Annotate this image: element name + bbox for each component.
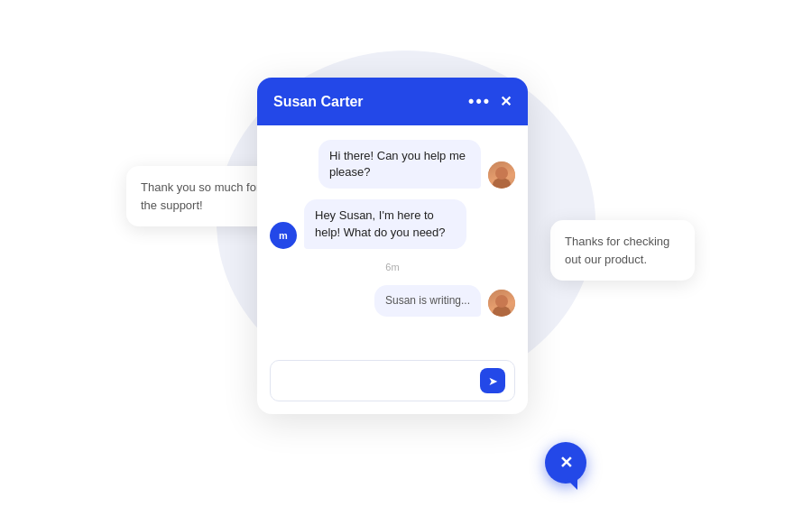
float-card-right-text: Thanks for checking out our product. xyxy=(565,235,669,266)
typing-bubble: Susan is writing... xyxy=(374,285,481,317)
typing-text: Susan is writing... xyxy=(385,294,470,307)
chat-body: Hi there! Can you help me please? m Hey … xyxy=(257,125,528,360)
agent-message-text-1: Hey Susan, I'm here to help! What do you… xyxy=(315,208,446,238)
chat-title: Susan Carter xyxy=(273,94,364,110)
fab-button[interactable]: ✕ xyxy=(545,442,586,484)
close-icon[interactable]: ✕ xyxy=(500,93,512,110)
chat-widget: Susan Carter ••• ✕ Hi there! Can you hel… xyxy=(257,78,528,414)
float-card-left-text: Thank you so much for the support! xyxy=(141,180,260,212)
avatar-susan xyxy=(488,161,515,189)
table-row: m Hey Susan, I'm here to help! What do y… xyxy=(270,199,515,248)
send-icon: ➤ xyxy=(488,374,498,388)
user-message-text-1: Hi there! Can you help me please? xyxy=(329,149,466,179)
header-icons: ••• ✕ xyxy=(468,92,512,111)
avatar-susan-2 xyxy=(488,290,515,317)
fab-close-icon: ✕ xyxy=(559,453,573,473)
chat-header: Susan Carter ••• ✕ xyxy=(257,78,528,125)
chat-input[interactable] xyxy=(280,374,473,388)
table-row: Susan is writing... xyxy=(270,285,515,317)
chat-scene: Thank you so much for the support! Thank… xyxy=(153,23,659,493)
table-row: Hi there! Can you help me please? xyxy=(270,140,515,189)
chat-input-row: ➤ xyxy=(270,360,515,401)
avatar-agent: m xyxy=(270,222,297,249)
agent-bubble-1: Hey Susan, I'm here to help! What do you… xyxy=(304,199,466,248)
message-time: 6m xyxy=(270,262,515,272)
user-bubble-1: Hi there! Can you help me please? xyxy=(318,140,481,189)
more-icon[interactable]: ••• xyxy=(468,92,491,111)
send-button[interactable]: ➤ xyxy=(480,368,505,393)
float-card-right: Thanks for checking out our product. xyxy=(550,220,695,281)
